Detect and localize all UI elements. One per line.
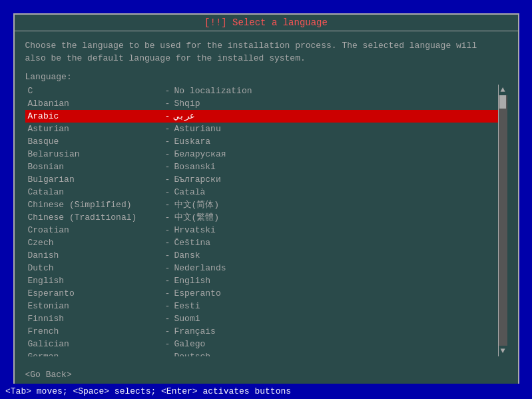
lang-separator: - (161, 187, 174, 197)
list-item[interactable]: English-English (25, 274, 498, 287)
lang-name: Basque (28, 137, 161, 147)
lang-name: Arabic (28, 111, 161, 121)
lang-separator: - (161, 301, 174, 311)
lang-native: Català (174, 187, 206, 197)
list-item[interactable]: Dutch-Nederlands (25, 262, 498, 274)
lang-native: Deutsch (174, 352, 211, 356)
lang-separator: - (161, 212, 174, 222)
lang-separator: - (161, 225, 174, 235)
language-list[interactable]: C-No localizationAlbanian-ShqipArabic-عر… (25, 85, 498, 356)
dialog-body: Choose the language to be used for the i… (15, 31, 518, 364)
list-item[interactable]: Croatian-Hrvatski (25, 224, 498, 236)
lang-separator: - (161, 124, 174, 134)
list-item[interactable]: French-Français (25, 325, 498, 338)
lang-native: Français (174, 326, 216, 336)
lang-separator: - (161, 149, 174, 159)
language-label: Language: (25, 72, 507, 82)
lang-native: Беларуская (174, 149, 226, 159)
list-item[interactable]: Chinese (Traditional)-中文(繁體) (25, 211, 498, 224)
lang-name: Danish (28, 250, 161, 260)
lang-name: Bulgarian (28, 175, 161, 185)
lang-name: Asturian (28, 124, 161, 134)
lang-name: C (28, 86, 161, 96)
lang-name: Chinese (Simplified) (28, 200, 161, 210)
lang-native: Nederlands (174, 263, 226, 273)
lang-name: Albanian (28, 99, 161, 109)
go-back-area: <Go Back> (15, 364, 518, 385)
list-item[interactable]: Asturian-Asturianu (25, 123, 498, 135)
list-item[interactable]: Esperanto-Esperanto (25, 287, 498, 300)
list-item[interactable]: C-No localization (25, 85, 498, 97)
list-item[interactable]: Bosnian-Bosanski (25, 161, 498, 173)
lang-name: Estonian (28, 301, 161, 311)
lang-separator: - (161, 200, 174, 210)
list-item[interactable]: Arabic-عربي (25, 110, 498, 123)
lang-name: French (28, 326, 161, 336)
lang-separator: - (161, 99, 174, 109)
scrollbar-down-button[interactable]: ▼ (500, 346, 505, 356)
lang-native: عربي (174, 111, 195, 121)
lang-separator: - (161, 314, 174, 324)
scrollbar[interactable]: ▲ ▼ (498, 85, 507, 356)
lang-name: Galician (28, 339, 161, 349)
lang-separator: - (161, 288, 174, 298)
lang-separator: - (161, 162, 174, 172)
lang-separator: - (161, 263, 174, 273)
lang-separator: - (161, 175, 174, 185)
list-item[interactable]: Czech-Čeština (25, 236, 498, 249)
lang-name: Belarusian (28, 149, 161, 159)
lang-name: Bosnian (28, 162, 161, 172)
lang-name: English (28, 276, 161, 286)
list-item[interactable]: Basque-Euskara (25, 135, 498, 148)
list-item[interactable]: Galician-Galego (25, 338, 498, 350)
lang-separator: - (161, 86, 174, 96)
scrollbar-thumb[interactable] (499, 95, 506, 109)
lang-name: Czech (28, 238, 161, 248)
title-bar: [!!] Select a language (15, 15, 518, 31)
lang-native: Euskara (174, 137, 211, 147)
list-item[interactable]: German-Deutsch (25, 350, 498, 356)
lang-name: Catalan (28, 187, 161, 197)
lang-name: Croatian (28, 225, 161, 235)
scrollbar-up-button[interactable]: ▲ (500, 85, 505, 95)
lang-native: Български (174, 175, 221, 185)
lang-native: 中文(简体) (174, 199, 220, 210)
lang-native: Asturianu (174, 124, 221, 134)
scrollbar-track[interactable] (499, 95, 507, 346)
description-text: Choose the language to be used for the i… (25, 39, 507, 65)
lang-native: Esperanto (174, 288, 221, 298)
list-item[interactable]: Belarusian-Беларуская (25, 148, 498, 161)
lang-name: Chinese (Traditional) (28, 212, 161, 222)
lang-native: Eesti (174, 301, 200, 311)
status-bar: <Tab> moves; <Space> selects; <Enter> ac… (0, 384, 532, 399)
lang-separator: - (161, 111, 174, 121)
lang-native: Shqip (174, 99, 200, 109)
lang-separator: - (161, 238, 174, 248)
lang-native: No localization (174, 86, 252, 96)
lang-native: Galego (174, 339, 206, 349)
lang-separator: - (161, 352, 174, 356)
lang-separator: - (161, 276, 174, 286)
lang-separator: - (161, 137, 174, 147)
lang-separator: - (161, 250, 174, 260)
dialog-title: [!!] Select a language (204, 17, 328, 28)
lang-native: Bosanski (174, 162, 216, 172)
lang-native: Suomi (174, 314, 200, 324)
list-item[interactable]: Finnish-Suomi (25, 312, 498, 325)
list-container: C-No localizationAlbanian-ShqipArabic-عر… (25, 85, 507, 356)
lang-name: German (28, 352, 161, 356)
lang-native: Dansk (174, 250, 200, 260)
list-item[interactable]: Catalan-Català (25, 186, 498, 199)
lang-native: Hrvatski (174, 225, 216, 235)
lang-separator: - (161, 326, 174, 336)
list-item[interactable]: Estonian-Eesti (25, 300, 498, 312)
lang-name: Finnish (28, 314, 161, 324)
dialog-window: [!!] Select a language Choose the langua… (13, 13, 519, 386)
list-item[interactable]: Bulgarian-Български (25, 173, 498, 186)
list-item[interactable]: Albanian-Shqip (25, 97, 498, 110)
list-item[interactable]: Chinese (Simplified)-中文(简体) (25, 199, 498, 211)
lang-native: 中文(繁體) (174, 211, 220, 223)
list-item[interactable]: Danish-Dansk (25, 249, 498, 262)
lang-native: Čeština (174, 238, 211, 248)
go-back-button[interactable]: <Go Back> (25, 370, 72, 380)
